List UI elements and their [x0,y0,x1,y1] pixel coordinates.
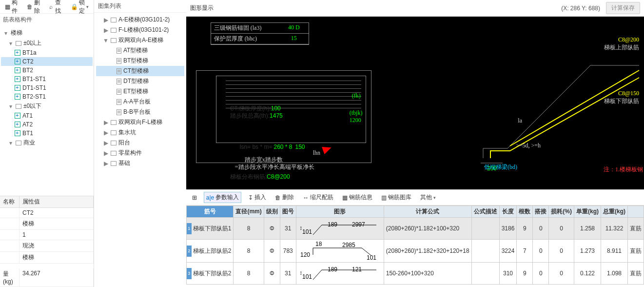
low-beam-label: 低端梯梁(bd) [484,163,517,171]
left-header: 筋表格构件 [0,14,94,26]
dist-rebar-label: 梯板分布钢筋:C8@200 [230,173,290,181]
bot-bar-label: C8@150 [618,90,639,97]
grid-header[interactable]: 图形 [296,206,384,218]
prop-row[interactable]: 现浇 [0,240,94,252]
svg-text:120: 120 [300,251,310,258]
svg-text:101: 101 [302,273,312,280]
svg-line-17 [313,270,322,280]
prop-row[interactable]: CT2 [0,208,94,218]
tree-item[interactable]: BT1 [1,129,93,138]
scale-label: 缩尺配筋 [310,193,333,202]
folder-icon [16,41,21,46]
chevron-down-icon: ▾ [433,195,436,200]
grid-header[interactable]: 搭接 [533,206,549,218]
expand-button[interactable]: ⊞ [190,193,199,202]
grid-header[interactable]: 筋号 [186,206,234,218]
tbjk-value: 1200 [350,117,361,124]
tree-item[interactable]: AT2 [1,120,93,129]
atlas-tree[interactable]: ▶A-E楼梯(03G101-2)▶F-L楼梯(03G101-2)▼双网双向A-E… [94,13,186,287]
insert-button[interactable]: ↧ 插入 [246,192,268,203]
atlas-item[interactable]: ▶集水坑 [96,127,184,138]
prop-row[interactable]: 1 [0,230,94,240]
folder-icon [111,120,117,125]
component-icon [15,59,20,64]
calc-save-button[interactable]: 计算保存 [606,2,640,14]
tree-item[interactable]: BT2 [1,66,93,75]
component-tree[interactable]: ▾楼梯▾±0以上BT1aCT2BT2BT1-ST1DT1-ST1BT2-ST1▾… [0,26,94,196]
param-input-button[interactable]: a|e 参数输入 [204,192,241,203]
atlas-item[interactable]: ▶基础 [96,158,184,168]
doc-icon [117,99,121,105]
atlas-item[interactable]: CT型楼梯 [96,66,184,76]
doc-icon [117,68,121,74]
svg-text:189: 189 [328,221,337,228]
tree-item[interactable]: DT1-ST1 [1,83,93,92]
grid-header[interactable]: 长度 [499,206,517,218]
param-table: 三级钢筋锚固 (la3)40 D 保护层厚度 (bhc)15 [211,22,309,45]
tree-item[interactable]: ▾±0以下 [1,101,93,111]
param-input-label: 参数输入 [215,193,239,202]
atlas-item[interactable]: ▼双网双向A-E楼梯 [96,35,184,45]
atlas-item[interactable]: ▶阳台 [96,138,184,148]
grid-header[interactable]: 公式描述 [471,206,499,218]
atlas-item[interactable]: A-A平台板 [96,97,184,107]
svg-text:↕: ↕ [299,269,302,276]
prop-header: 名称 属性值 [0,196,94,208]
tree-item[interactable]: ▾±0以上 [1,38,93,48]
grid-header[interactable]: 计算公式 [384,206,471,218]
other-button[interactable]: 其他 ▾ [418,192,438,203]
prop-header-name: 名称 [0,196,20,207]
rebar-grid[interactable]: 筋号直径(mm)级别图号图形计算公式公式描述长度根数搭接损耗(%)单重(kg)总… [186,205,644,287]
atlas-item[interactable]: B-B平台板 [96,107,184,117]
table-row[interactable]: 2梯板上部纵筋28Φ783182985120101(2080+260)*1.18… [186,240,644,263]
component-icon [15,85,20,91]
atlas-item[interactable]: AT型楼梯 [96,45,184,56]
grid-header[interactable]: 级别 [264,206,280,218]
tree-item[interactable]: CT2 [1,57,93,66]
tree-item[interactable]: BT1a [1,48,93,57]
tree-item[interactable]: BT1-ST1 [1,75,93,83]
component-icon: ▦ [5,3,10,10]
param-row-value: 40 D [279,23,309,33]
atlas-item[interactable]: ET型楼梯 [96,86,184,97]
tree-item[interactable]: BT2-ST1 [1,92,93,101]
component-icon [15,122,20,127]
grid-header[interactable]: 直径(mm) [234,206,264,218]
atlas-item[interactable]: BT型楼梯 [96,56,184,66]
note-right: 注：1.楼梯板钢 [604,165,643,174]
grid-header[interactable]: 根数 [517,206,533,218]
rebar-lib-button[interactable]: ▥ 钢筋图库 [379,192,413,203]
table-row[interactable]: 3梯板下部纵筋28Φ31101↕189121150-260+100+320310… [186,263,644,285]
grid-header[interactable] [628,206,644,218]
atlas-item[interactable]: ▶零星构件 [96,148,184,158]
atlas-item[interactable]: DT型楼梯 [96,76,184,86]
lhn-label: lhn [313,149,320,157]
rebar-info-button[interactable]: ▦ 钢筋信息 [340,192,374,203]
atlas-item[interactable]: ▶双网双向F-L楼梯 [96,117,184,127]
atlas-item[interactable]: ▶F-L楼梯(03G101-2) [96,25,184,35]
grid-header[interactable]: 单重(kg) [574,206,601,218]
prop-row[interactable]: 楼梯 [0,218,94,230]
atlas-item[interactable]: ▶A-E楼梯(03G101-2) [96,15,184,25]
svg-text:18: 18 [315,241,322,247]
drawing-canvas[interactable]: 三级钢筋锚固 (la3)40 D 保护层厚度 (bhc)15 CT.梯板厚度(h… [186,17,644,189]
rebar-lib-label: 钢筋图库 [388,193,411,202]
doc-icon [117,109,121,115]
doc-icon [117,48,121,54]
la-label: la [518,117,522,124]
delete-row-button[interactable]: 🗑 删除 [273,192,296,203]
grid-header[interactable]: 损耗(%) [549,206,574,218]
folder-icon [111,161,117,166]
scale-button[interactable]: ↔ 缩尺配筋 [301,192,335,203]
table-row[interactable]: 1梯板下部纵筋18Φ31101↕1892997(2080+260)*1.182+… [186,218,644,240]
tree-item[interactable]: AT1 [1,111,93,120]
rebar-info-label: 钢筋信息 [349,193,372,202]
tree-item[interactable]: ▾商业 [1,138,93,148]
prop-row[interactable]: 楼梯 [0,252,94,264]
folder-icon [111,141,117,145]
grid-header[interactable]: 总重(kg) [601,206,628,218]
chevron-down-icon: ▾ [86,4,89,9]
grid-header[interactable]: 图号 [280,206,296,218]
doc-icon [117,79,121,84]
tree-item[interactable]: ▾楼梯 [1,28,93,38]
